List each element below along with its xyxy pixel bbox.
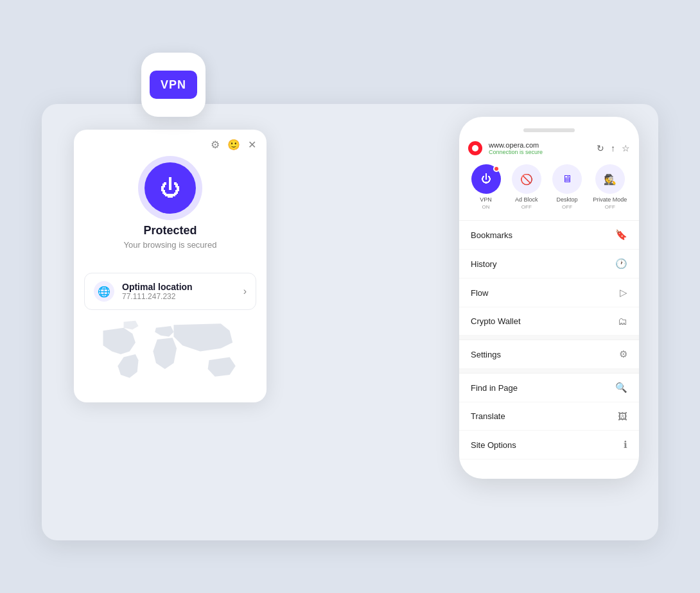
history-label: History: [471, 259, 496, 269]
desktop-btn-sublabel: OFF: [562, 204, 572, 210]
flow-label: Flow: [471, 288, 488, 298]
private-btn-sublabel: OFF: [605, 204, 615, 210]
settings-icon[interactable]: ⚙: [211, 139, 220, 151]
vpn-status-title: Protected: [143, 224, 197, 237]
menu-item-flow[interactable]: Flow ▷: [459, 279, 639, 307]
menu-item-settings[interactable]: Settings ⚙: [459, 340, 639, 369]
location-name: Optimal location: [122, 282, 236, 292]
vpn-location-row[interactable]: 🌐 Optimal location 77.111.247.232 ›: [84, 273, 256, 310]
chevron-right-icon: ›: [243, 286, 247, 297]
location-text: Optimal location 77.111.247.232: [122, 282, 236, 301]
adblock-quick-button[interactable]: 🚫 Ad Block OFF: [512, 164, 541, 210]
adblock-btn-sublabel: OFF: [521, 204, 532, 210]
crypto-wallet-icon: 🗂: [618, 316, 627, 327]
menu-item-translate[interactable]: Translate 🖼: [459, 402, 639, 431]
private-button-circle: 🕵: [595, 164, 625, 194]
globe-icon: 🌐: [94, 281, 114, 302]
power-button[interactable]: ⏻: [144, 162, 196, 214]
browser-actions: ↻ ↑ ☆: [597, 143, 630, 153]
vpn-button-circle: ⏻: [471, 164, 501, 194]
menu-item-history[interactable]: History 🕐: [459, 250, 639, 279]
vpn-panel: ⚙ 🙂 ✕ ⏻ Protected Your browsing is secur…: [74, 130, 267, 402]
location-ip: 77.111.247.232: [122, 292, 236, 301]
site-options-label: Site Options: [471, 440, 516, 450]
history-icon: 🕐: [615, 258, 627, 270]
phone-wrapper: www.opera.com Connection is secure ↻ ↑ ☆…: [459, 117, 639, 479]
phone: www.opera.com Connection is secure ↻ ↑ ☆…: [459, 117, 639, 479]
menu-section-1: Bookmarks 🔖 History 🕐 Flow ▷ Crypto Wall…: [459, 220, 639, 336]
find-in-page-icon: 🔍: [615, 382, 627, 393]
vpn-power-section: ⏻ Protected Your browsing is secured: [74, 156, 267, 262]
find-in-page-label: Find in Page: [471, 383, 518, 393]
menu-item-crypto-wallet[interactable]: Crypto Wallet 🗂: [459, 307, 639, 336]
desktop-quick-button[interactable]: 🖥 Desktop OFF: [552, 164, 582, 210]
site-options-icon: ℹ: [624, 439, 627, 451]
vpn-panel-header: ⚙ 🙂 ✕: [74, 130, 267, 156]
url-text: www.opera.com: [489, 141, 590, 149]
vpn-btn-label: VPN: [480, 196, 492, 203]
desktop-btn-label: Desktop: [557, 196, 578, 203]
menu-section-2: Settings ⚙: [459, 339, 639, 369]
menu-section-3: Find in Page 🔍 Translate 🖼 Site Options …: [459, 373, 639, 460]
share-icon[interactable]: ↑: [611, 143, 615, 153]
adblock-icon: 🚫: [520, 173, 533, 185]
quick-buttons: ⏻ VPN ON 🚫 Ad Block OFF 🖥: [459, 164, 639, 210]
bookmarks-label: Bookmarks: [471, 230, 512, 240]
opera-logo: [468, 141, 482, 155]
power-icon: ⏻: [160, 176, 180, 200]
vpn-btn-sublabel: ON: [482, 204, 490, 210]
vpn-icon-label: VPN: [150, 71, 197, 99]
menu-item-find-in-page[interactable]: Find in Page 🔍: [459, 374, 639, 402]
translate-label: Translate: [471, 411, 505, 421]
url-section[interactable]: www.opera.com Connection is secure: [489, 141, 590, 155]
emoji-icon[interactable]: 🙂: [227, 139, 240, 151]
settings-gear-icon: ⚙: [619, 348, 627, 360]
desktop-icon: 🖥: [562, 173, 572, 185]
bookmark-icon[interactable]: ☆: [622, 143, 630, 153]
world-map-svg: [84, 319, 256, 390]
flow-icon: ▷: [620, 287, 627, 298]
adblock-btn-label: Ad Block: [515, 196, 538, 203]
menu-item-bookmarks[interactable]: Bookmarks 🔖: [459, 221, 639, 250]
vpn-app-icon[interactable]: VPN: [141, 53, 206, 117]
browser-bar: www.opera.com Connection is secure ↻ ↑ ☆: [459, 141, 639, 155]
close-icon[interactable]: ✕: [248, 139, 256, 151]
desktop-button-circle: 🖥: [552, 164, 582, 194]
vpn-dot-indicator: [493, 166, 500, 172]
menu-item-site-options[interactable]: Site Options ℹ: [459, 431, 639, 460]
private-quick-button[interactable]: 🕵 Private Mode OFF: [593, 164, 627, 210]
private-icon: 🕵: [604, 173, 617, 185]
scene: VPN ⚙ 🙂 ✕ ⏻ Protected Your browsing is s…: [42, 53, 658, 540]
vpn-quick-button[interactable]: ⏻ VPN ON: [471, 164, 501, 210]
vpn-shield-icon: ⏻: [481, 173, 491, 185]
vpn-status-subtitle: Your browsing is secured: [124, 240, 217, 250]
phone-notch: [523, 128, 575, 132]
crypto-wallet-label: Crypto Wallet: [471, 316, 521, 326]
opera-logo-inner: [472, 145, 478, 151]
private-btn-label: Private Mode: [593, 196, 627, 203]
settings-label: Settings: [471, 350, 501, 359]
adblock-button-circle: 🚫: [512, 164, 541, 194]
world-map: [84, 319, 256, 390]
translate-icon: 🖼: [618, 411, 627, 422]
url-secure: Connection is secure: [489, 149, 590, 155]
refresh-icon[interactable]: ↻: [597, 143, 604, 153]
bookmarks-icon: 🔖: [615, 229, 627, 241]
